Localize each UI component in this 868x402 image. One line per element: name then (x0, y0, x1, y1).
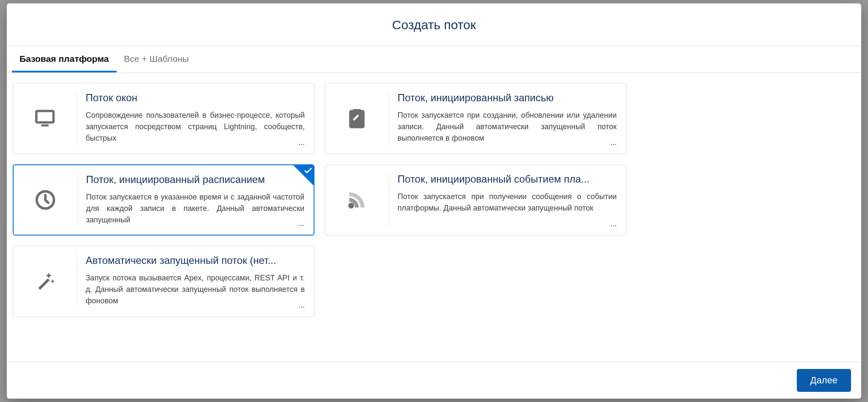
ellipsis-icon: ... (296, 138, 305, 147)
wand-icon (13, 246, 77, 316)
card-body: Поток, инициированный записьюПоток запус… (389, 83, 626, 154)
card-record-flow[interactable]: Поток, инициированный записьюПоток запус… (325, 83, 626, 154)
card-schedule-flow[interactable]: Поток, инициированный расписаниемПоток з… (13, 164, 314, 236)
card-body: Поток оконСопровождение пользователей в … (77, 83, 314, 154)
card-title: Поток, инициированный событием пла... (398, 173, 617, 185)
modal-title: Создать поток (15, 18, 853, 32)
card-description: Запуск потока вызывается Apex, процессам… (86, 272, 305, 307)
card-description: Поток запускается при получении сообщени… (398, 191, 617, 214)
modal-header: Создать поток (7, 3, 861, 46)
selected-check-icon (293, 165, 314, 186)
card-title: Поток окон (86, 92, 305, 104)
card-description: Поток запускается в указанное время и с … (86, 191, 304, 226)
cards-column-right: Поток, инициированный записьюПоток запус… (325, 83, 626, 358)
clock-icon (14, 165, 77, 235)
svg-rect-1 (41, 125, 49, 127)
card-title: Автоматически запущенный поток (нет... (86, 255, 305, 266)
ellipsis-icon: ... (296, 301, 305, 310)
tabs: Базовая платформаВсе + Шаблоны (7, 46, 861, 73)
ellipsis-icon: ... (295, 219, 304, 228)
modal-footer: Далее (7, 362, 861, 399)
create-flow-modal: Создать поток Базовая платформаВсе + Шаб… (7, 3, 861, 399)
card-body: Поток, инициированный расписаниемПоток з… (78, 165, 314, 235)
card-title: Поток, инициированный расписанием (86, 174, 304, 186)
next-button[interactable]: Далее (797, 369, 851, 392)
card-platform-event-flow[interactable]: Поток, инициированный событием пла...Пот… (325, 164, 626, 236)
signal-icon (325, 165, 389, 235)
card-autolaunched-flow[interactable]: Автоматически запущенный поток (нет...За… (13, 246, 314, 317)
clipboard-icon (325, 83, 389, 154)
card-title: Поток, инициированный записью (398, 92, 617, 104)
cards-area: Поток оконСопровождение пользователей в … (7, 73, 861, 362)
card-description: Поток запускается при создании, обновлен… (398, 110, 617, 144)
card-screen-flow[interactable]: Поток оконСопровождение пользователей в … (13, 83, 314, 154)
svg-rect-0 (36, 111, 54, 122)
desktop-icon (13, 83, 77, 154)
cards-column-left: Поток оконСопровождение пользователей в … (13, 83, 314, 358)
card-body: Автоматически запущенный поток (нет...За… (77, 246, 314, 316)
tab-1[interactable]: Все + Шаблоны (117, 46, 197, 72)
card-body: Поток, инициированный событием пла...Пот… (389, 165, 626, 235)
ellipsis-icon: ... (608, 219, 617, 228)
svg-point-3 (348, 203, 354, 209)
tab-0[interactable]: Базовая платформа (12, 46, 117, 72)
ellipsis-icon: ... (608, 138, 617, 147)
card-description: Сопровождение пользователей в бизнес-про… (86, 110, 305, 144)
